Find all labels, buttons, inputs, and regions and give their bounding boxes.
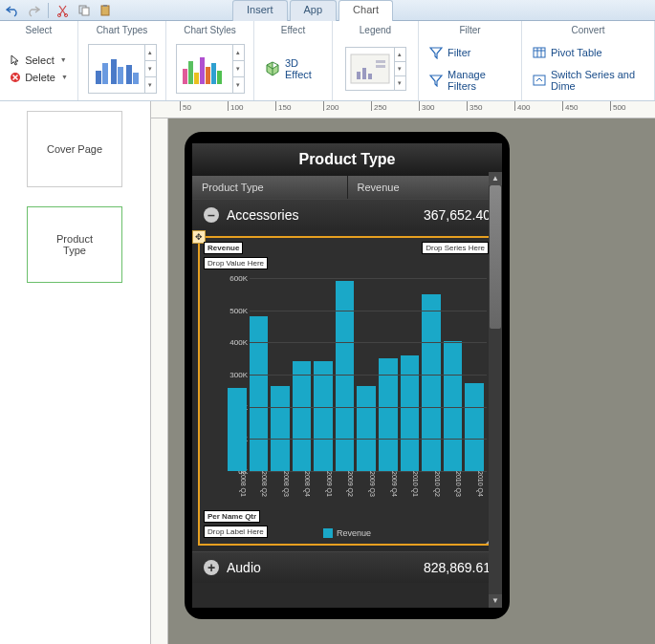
bar[interactable] [271, 386, 290, 471]
bar[interactable] [401, 355, 420, 471]
legend-icon [349, 53, 391, 85]
row-name: Accessories [227, 207, 424, 223]
row-audio[interactable]: + Audio 828,869.61 [192, 551, 502, 583]
group-legend-title: Legend [340, 25, 410, 35]
row-accessories[interactable]: – Accessories 367,652.40 [192, 199, 502, 230]
redo-button[interactable] [25, 2, 42, 19]
device-title: Product Type [192, 143, 502, 176]
gallery-more[interactable]: ▾ [145, 77, 156, 93]
funnel-icon [429, 46, 443, 59]
delete-icon [10, 72, 21, 83]
group-chart-types-title: Chart Types [86, 25, 158, 35]
chart-types-gallery[interactable]: ▴▾▾ [88, 44, 157, 94]
bar[interactable] [250, 316, 269, 471]
copy-button[interactable] [76, 2, 93, 19]
svg-rect-14 [188, 61, 193, 84]
tab-insert[interactable]: Insert [232, 0, 288, 21]
collapse-icon[interactable]: – [204, 207, 219, 223]
table-icon [533, 46, 546, 59]
bar[interactable] [422, 294, 441, 471]
svg-rect-10 [118, 67, 123, 84]
svg-rect-4 [101, 6, 109, 15]
svg-rect-16 [200, 57, 205, 84]
cut-button[interactable] [55, 2, 72, 19]
pivot-table-button[interactable]: Pivot Table [530, 44, 646, 61]
col-product-type[interactable]: Product Type [192, 176, 348, 199]
legend-swatch [323, 528, 333, 538]
thumb-cover-page[interactable]: Cover Page [27, 111, 122, 187]
legend-gallery[interactable]: ▴▾▾ [345, 47, 406, 91]
svg-rect-11 [126, 65, 132, 84]
device-scrollbar[interactable]: ▲ ▼ [489, 172, 502, 608]
select-button[interactable]: Select▼ [6, 53, 72, 68]
svg-rect-9 [111, 59, 117, 84]
funnel-gear-icon [429, 74, 443, 87]
gallery-more-3[interactable]: ▾ [395, 76, 405, 90]
svg-rect-24 [376, 60, 385, 63]
device-frame: Product Type Product Type Revenue – Acce… [185, 132, 510, 619]
bar[interactable] [293, 361, 312, 471]
gallery-down-2[interactable]: ▾ [233, 61, 244, 77]
x-axis: 2008 Q12008 Q22008 Q32008 Q42009 Q12009 … [225, 471, 487, 509]
gallery-down[interactable]: ▾ [145, 61, 156, 77]
workspace: Cover Page Product Type 5010015020025030… [0, 101, 655, 644]
3d-effect-button[interactable]: 3D Effect [262, 55, 324, 82]
bar[interactable] [314, 361, 333, 471]
swap-icon [533, 74, 546, 87]
svg-rect-12 [133, 73, 139, 84]
scroll-thumb[interactable] [490, 185, 501, 329]
drop-series-zone[interactable]: Drop Series Here [422, 242, 489, 254]
filter-button[interactable]: Filter [426, 44, 513, 61]
cube-icon [265, 61, 280, 76]
svg-rect-22 [362, 68, 366, 79]
expand-icon[interactable]: + [204, 560, 219, 575]
tab-chart[interactable]: Chart [338, 0, 393, 21]
gallery-more-2[interactable]: ▾ [233, 77, 244, 93]
svg-rect-30 [534, 75, 545, 85]
switch-series-button[interactable]: Switch Series and Dime [530, 67, 646, 94]
quick-access-toolbar: Insert App Chart [0, 0, 655, 21]
group-effect-title: Effect [262, 25, 324, 35]
chart-selection[interactable]: ✥ Revenue Drop Value Here Drop Series He… [198, 236, 496, 546]
svg-rect-17 [206, 67, 210, 84]
svg-rect-21 [357, 72, 360, 79]
ruler-vertical [151, 118, 168, 644]
group-select-title: Select [8, 25, 70, 35]
thumbnail-panel: Cover Page Product Type [0, 101, 151, 644]
chart-legend: Revenue [323, 528, 371, 538]
canvas: 50100150200250300350400450500 Product Ty… [151, 101, 655, 644]
manage-filters-button[interactable]: Manage Filters [426, 67, 513, 94]
undo-button[interactable] [4, 2, 21, 19]
gallery-up-3[interactable]: ▴ [395, 48, 405, 62]
ruler-horizontal: 50100150200250300350400450500 [151, 101, 655, 118]
scroll-down[interactable]: ▼ [489, 594, 502, 608]
column-headers: Product Type Revenue [192, 176, 502, 199]
bar[interactable] [357, 386, 376, 471]
row-value: 828,869.61 [424, 560, 491, 575]
drop-value-zone[interactable]: Drop Value Here [204, 257, 268, 269]
chart-styles-gallery[interactable]: ▴▾▾ [176, 44, 245, 94]
drop-label-zone[interactable]: Drop Label Here [204, 526, 268, 538]
svg-rect-18 [211, 63, 216, 84]
svg-rect-7 [96, 71, 101, 84]
paste-button[interactable] [97, 2, 114, 19]
gallery-down-3[interactable]: ▾ [395, 62, 405, 76]
delete-button[interactable]: Delete▼ [6, 70, 72, 85]
row-name: Audio [227, 560, 424, 575]
row-value: 367,652.40 [424, 207, 491, 223]
bar[interactable] [228, 388, 247, 471]
tab-app[interactable]: App [290, 0, 338, 21]
col-revenue[interactable]: Revenue [348, 176, 503, 199]
scroll-up[interactable]: ▲ [489, 172, 502, 185]
ribbon: Select Select▼ Delete▼ Chart Types ▴▾▾ [0, 21, 655, 101]
svg-rect-8 [102, 63, 108, 84]
svg-rect-26 [534, 48, 545, 57]
svg-rect-23 [368, 74, 372, 79]
svg-rect-3 [82, 8, 89, 15]
gallery-up-2[interactable]: ▴ [233, 45, 244, 61]
gallery-up[interactable]: ▴ [145, 45, 156, 61]
bar[interactable] [465, 383, 484, 471]
svg-rect-13 [183, 69, 187, 84]
thumb-product-type[interactable]: Product Type [27, 206, 122, 283]
svg-rect-19 [217, 71, 222, 84]
